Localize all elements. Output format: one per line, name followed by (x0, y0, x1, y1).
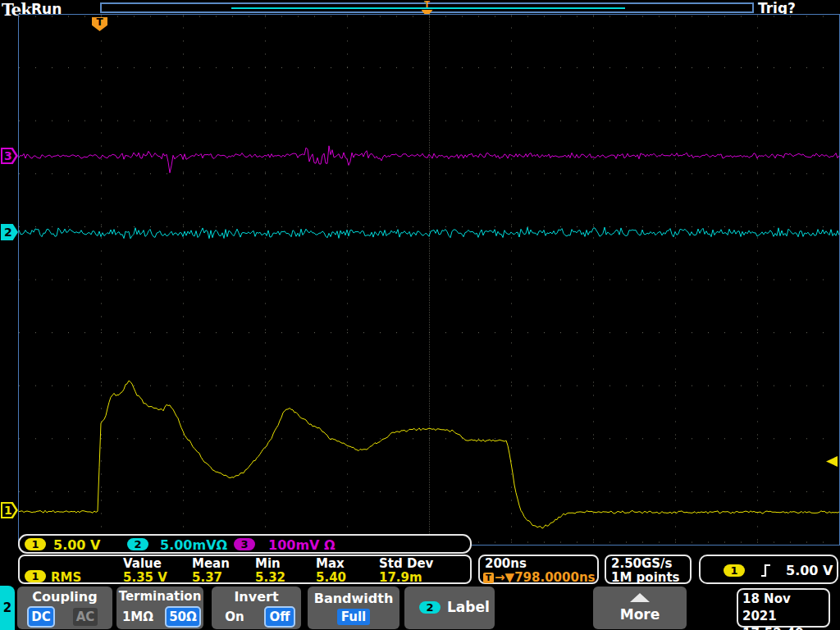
channel2-scale: 5.00mVΩ (160, 537, 227, 553)
channel3-position-marker[interactable]: 3 (1, 148, 18, 164)
termination-title: Termination (116, 589, 203, 604)
waveform-display (19, 15, 839, 545)
label-menu-button[interactable]: 2 Label (404, 587, 495, 629)
bandwidth-title: Bandwidth (308, 591, 399, 606)
coupling-ac-button[interactable]: AC (73, 608, 98, 626)
invert-title: Invert (212, 589, 301, 605)
measurement-bar: Value Mean Min Max Std Dev 1 RMS 5.35 V … (18, 555, 472, 584)
oscilloscope-screen: Tek Run T Trig? T 3 2 1 1 5.00 V 2 5.00m… (0, 0, 840, 630)
label-channel-badge: 2 (419, 601, 441, 614)
down-triangle-icon: ▼ (505, 570, 515, 585)
meas-min: 5.32 (255, 570, 285, 585)
time-label: 17:52:49 (742, 625, 829, 630)
coupling-title: Coupling (17, 589, 112, 605)
rising-edge-icon (760, 563, 773, 578)
coupling-menu[interactable]: Coupling DC AC (17, 587, 112, 629)
termination-50-button[interactable]: 50Ω (165, 606, 201, 628)
invert-off-button[interactable]: Off (264, 606, 295, 628)
trigger-level: 5.00 V (786, 563, 833, 578)
meas-stddev: 17.9m (379, 570, 422, 585)
meas-header-min: Min (255, 556, 281, 571)
delay-value: 798.0000ns (514, 570, 595, 585)
meas-header-stddev: Std Dev (379, 556, 433, 571)
channel2-position-marker[interactable]: 2 (1, 224, 18, 240)
label-text: Label (447, 599, 490, 615)
date-label: 18 Nov 2021 (742, 591, 829, 625)
bandwidth-full-button[interactable]: Full (337, 609, 370, 625)
horizontal-readout: 200ns T → ▼ 798.0000ns (478, 555, 599, 584)
trigger-t-glyph: T (420, 1, 434, 9)
trigger-t-icon: T (483, 573, 494, 583)
invert-on-button[interactable]: On (221, 608, 248, 626)
channel-readout-bar: 1 5.00 V 2 5.00mVΩ 3 100mV Ω (18, 534, 472, 554)
meas-header-value: Value (123, 556, 162, 571)
acquisition-readout: 2.50GS/s 1M points (605, 555, 692, 584)
meas-value: 5.35 V (123, 570, 167, 585)
menu-channel-tab: 2 (0, 586, 15, 630)
record-length: 1M points (611, 570, 680, 585)
meas-mean: 5.37 (192, 570, 222, 585)
trigger-readout: 1 5.00 V (699, 555, 838, 584)
meas-max: 5.40 (316, 570, 346, 585)
termination-menu[interactable]: Termination 1MΩ 50Ω (116, 587, 203, 629)
termination-1m-button[interactable]: 1MΩ (121, 608, 155, 626)
meas-name: RMS (51, 570, 81, 585)
meas-header-mean: Mean (192, 556, 230, 571)
horizontal-scale: 200ns (485, 556, 527, 571)
channel3-number: 3 (4, 149, 12, 162)
arrow-right-icon: → (495, 570, 505, 585)
channel1-position-marker[interactable]: 1 (1, 502, 18, 518)
trigger-source-badge: 1 (724, 564, 745, 577)
channel1-scale: 5.00 V (53, 537, 100, 553)
channel1-number: 1 (4, 504, 12, 517)
meas-source-badge: 1 (25, 570, 46, 582)
channel1-badge[interactable]: 1 (25, 538, 46, 550)
up-triangle-icon (630, 593, 650, 602)
coupling-dc-button[interactable]: DC (27, 606, 55, 628)
more-text: More (593, 606, 687, 623)
invert-menu[interactable]: Invert On Off (212, 587, 301, 629)
channel2-badge[interactable]: 2 (127, 538, 148, 550)
channel2-number: 2 (4, 226, 12, 239)
channel3-badge[interactable]: 3 (234, 538, 255, 550)
sample-rate: 2.50GS/s (611, 556, 673, 571)
meas-header-max: Max (316, 556, 345, 571)
bandwidth-menu[interactable]: Bandwidth Full (308, 587, 399, 629)
graticule (18, 14, 840, 546)
more-menu-button[interactable]: More (593, 587, 687, 629)
channel3-scale: 100mV Ω (268, 537, 336, 553)
datetime-box: 18 Nov 2021 17:52:49 (737, 588, 830, 628)
horizontal-delay: T → ▼ 798.0000ns (483, 570, 596, 585)
